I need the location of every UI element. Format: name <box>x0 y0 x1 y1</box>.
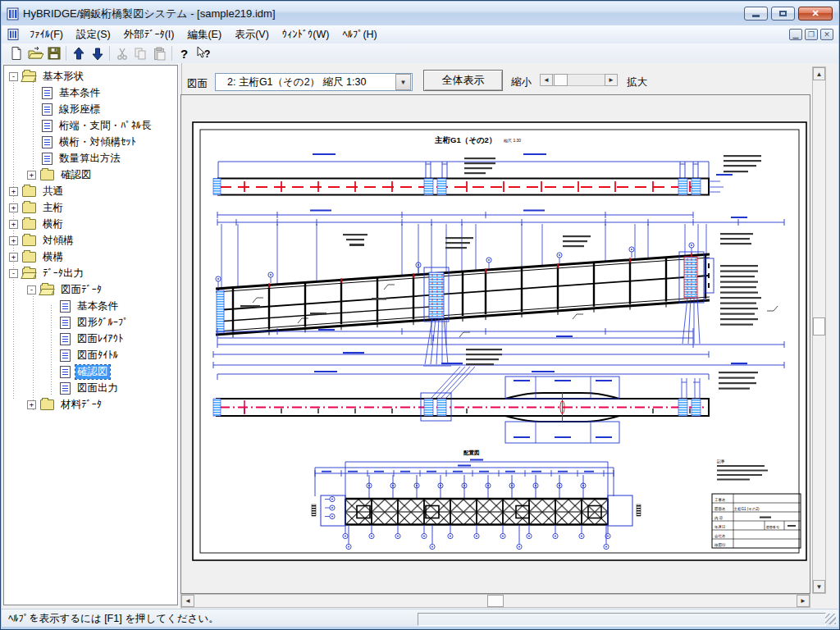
menu-external-data[interactable]: 外部ﾃﾞｰﾀ(I) <box>117 26 181 43</box>
minimize-button[interactable] <box>744 7 768 21</box>
svg-text:年月日: 年月日 <box>714 525 726 529</box>
expand-icon[interactable]: + <box>9 236 18 245</box>
maximize-icon <box>779 11 787 16</box>
zoom-slider[interactable]: ◄ ► <box>540 74 618 88</box>
status-text: ﾍﾙﾌﾟを表示するには [F1] を押してください。 <box>8 612 219 626</box>
tree-item-main-girder[interactable]: +主桁 <box>4 199 177 216</box>
scissors-icon <box>116 47 129 61</box>
collapse-icon[interactable]: - <box>27 285 36 294</box>
expand-icon[interactable]: + <box>27 400 36 409</box>
tree-item-drawing-title[interactable]: 図面ﾀｲﾄﾙ <box>4 347 177 363</box>
tree-item-sway-bracing[interactable]: +対傾構 <box>4 232 177 249</box>
tree-item-confirmation-drawing-folder[interactable]: +確認図 <box>4 167 177 183</box>
title-block-sub-label: 図面番号 <box>766 525 779 529</box>
svg-text:工事名: 工事名 <box>714 497 726 502</box>
expand-icon[interactable]: + <box>9 187 18 196</box>
copy-button[interactable] <box>131 44 150 62</box>
open-button[interactable] <box>25 44 44 62</box>
tree-item-material-data[interactable]: +材料ﾃﾞｰﾀ <box>4 396 177 413</box>
context-help-button[interactable]: ? <box>194 44 212 62</box>
document-system-icon[interactable] <box>7 29 20 41</box>
menu-window[interactable]: ｳｨﾝﾄﾞｳ(W) <box>276 27 336 42</box>
save-button[interactable] <box>44 44 63 62</box>
expand-icon[interactable]: + <box>27 171 36 180</box>
tree-item-girder-end-span-panel[interactable]: 桁端・支間・ﾊﾟﾈﾙ長 <box>4 117 177 134</box>
resize-grip-icon[interactable] <box>825 614 836 624</box>
folder-icon <box>22 219 36 230</box>
help-button[interactable]: ? <box>175 44 194 62</box>
paste-button[interactable] <box>150 44 169 62</box>
mdi-close-button[interactable]: ✕ <box>820 29 833 40</box>
chevron-down-icon[interactable]: ▼ <box>395 74 411 90</box>
folder-icon <box>22 235 36 246</box>
horizontal-scrollbar[interactable]: ◄ ► <box>180 594 810 608</box>
menu-file[interactable]: ﾌｧｲﾙ(F) <box>23 27 70 42</box>
tree-item-basic-conditions-2[interactable]: 基本条件 <box>4 298 177 314</box>
tree-item-crossbeam-sway-set[interactable]: 横桁・対傾構ｾｯﾄ <box>4 134 177 150</box>
scroll-right-arrow[interactable]: ► <box>797 595 810 607</box>
menu-help[interactable]: ﾍﾙﾌﾟ(H) <box>336 27 383 42</box>
app-icon <box>7 7 20 21</box>
slider-left-arrow[interactable]: ◄ <box>540 74 553 86</box>
slider-right-arrow[interactable]: ► <box>605 74 618 86</box>
tree-item-basic-shape[interactable]: -基本形状 <box>4 68 177 84</box>
save-icon <box>47 46 62 61</box>
vertical-scroll-thumb[interactable] <box>813 317 825 336</box>
move-up-button[interactable] <box>69 44 88 62</box>
maximize-button[interactable] <box>771 7 795 21</box>
scroll-down-arrow[interactable]: ▼ <box>813 580 825 593</box>
tree-item-drawing-output[interactable]: 図面出力 <box>4 380 177 396</box>
slider-thumb[interactable] <box>554 74 568 86</box>
tree-item-drawing-data[interactable]: -図面ﾃﾞｰﾀ <box>4 281 177 298</box>
menu-bar: ﾌｧｲﾙ(F) 設定(S) 外部ﾃﾞｰﾀ(I) 編集(E) 表示(V) ｳｨﾝﾄ… <box>2 25 838 44</box>
collapse-icon[interactable]: - <box>9 269 18 278</box>
cut-button[interactable] <box>112 44 131 62</box>
drawing-select-label: 図面 <box>187 77 208 91</box>
tree-item-basic-conditions[interactable]: 基本条件 <box>4 84 177 101</box>
scroll-left-arrow[interactable]: ◄ <box>181 595 194 607</box>
drawing-select-combobox[interactable]: 2: 主桁G1（その2） 縮尺 1:30 ▼ <box>215 73 413 91</box>
tree-item-confirmation-drawing[interactable]: 確認図 <box>4 363 177 380</box>
tree-item-quantity-method[interactable]: 数量算出方法 <box>4 150 177 167</box>
sheet-scale: 縮尺 1:30 <box>504 138 521 143</box>
folder-icon <box>22 203 36 213</box>
tree-item-lateral-bracing[interactable]: +横構 <box>4 249 177 265</box>
mdi-minimize-button[interactable]: ▁ <box>789 29 802 40</box>
svg-text:会社名: 会社名 <box>714 534 726 538</box>
menu-edit[interactable]: 編集(E) <box>180 26 228 43</box>
tree-item-data-output[interactable]: -ﾃﾞｰﾀ出力 <box>4 265 177 281</box>
drawing-viewport[interactable]: 主桁G1（その2） 縮尺 1:30 <box>180 94 810 594</box>
scroll-up-arrow[interactable]: ▲ <box>813 67 825 80</box>
open-folder-icon <box>22 71 36 82</box>
horizontal-scroll-thumb[interactable] <box>487 595 504 607</box>
minimize-icon <box>752 15 760 17</box>
status-pane <box>418 613 826 626</box>
combobox-value: 2: 主桁G1（その2） 縮尺 1:30 <box>216 75 395 89</box>
tree-item-figure-group[interactable]: 図形ｸﾞﾙｰﾌﾟ <box>4 314 177 331</box>
move-down-button[interactable] <box>88 44 107 62</box>
title-bar[interactable]: HyBRIDGE/鋼鈑桁橋製図システム - [sample219.idm] ✕ <box>2 2 838 26</box>
drawing-canvas: 主桁G1（その2） 縮尺 1:30 <box>181 95 810 593</box>
expand-icon[interactable]: + <box>9 203 18 212</box>
menu-view[interactable]: 表示(V) <box>228 26 276 43</box>
expand-icon[interactable]: + <box>9 220 18 229</box>
copy-icon <box>134 47 148 61</box>
tree-item-drawing-layout[interactable]: 図面ﾚｲｱｳﾄ <box>4 331 177 347</box>
document-icon <box>60 300 71 313</box>
collapse-icon[interactable]: - <box>9 72 18 81</box>
tree-item-common[interactable]: +共通 <box>4 183 177 199</box>
svg-text:検図印: 検図印 <box>714 543 726 547</box>
document-icon <box>42 120 52 132</box>
expand-icon[interactable]: + <box>9 253 18 262</box>
tree-item-cross-girder[interactable]: +横桁 <box>4 216 177 232</box>
help-icon: ? <box>179 46 190 61</box>
tree-item-alignment-coords[interactable]: 線形座標 <box>4 101 177 117</box>
menu-settings[interactable]: 設定(S) <box>70 26 117 43</box>
vertical-scrollbar[interactable]: ▲ ▼ <box>812 66 826 594</box>
mdi-restore-button[interactable]: ❐ <box>805 29 818 40</box>
navigation-tree: -基本形状 基本条件 線形座標 桁端・支間・ﾊﾟﾈﾙ長 横桁・対傾構ｾｯﾄ 数量… <box>3 65 178 605</box>
new-button[interactable] <box>7 44 25 62</box>
close-button[interactable]: ✕ <box>798 7 833 21</box>
fit-view-button[interactable]: 全体表示 <box>423 70 503 91</box>
selected-tree-item-label: 確認図 <box>75 365 110 379</box>
